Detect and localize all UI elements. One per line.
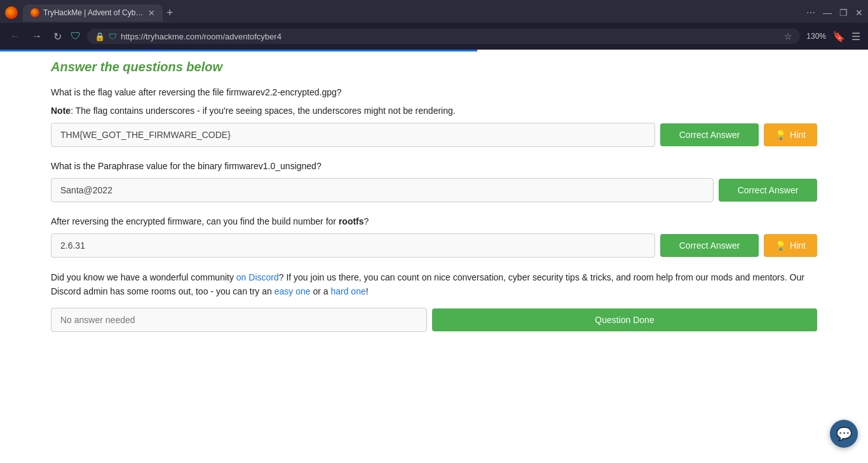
tab-bar: TryHackMe | Advent of Cyber 2 ✕ + ⋯ — ❐ … <box>0 0 868 23</box>
section-heading: Answer the questions below <box>51 60 817 74</box>
tab-close-icon[interactable]: ✕ <box>148 8 155 18</box>
active-tab[interactable]: TryHackMe | Advent of Cyber 2 ✕ <box>23 4 163 22</box>
new-tab-button[interactable]: + <box>166 6 173 20</box>
hint-button-3[interactable]: 💡 Hint <box>764 234 817 257</box>
question-text-1: What is the flag value after reversing t… <box>51 86 817 99</box>
question-text-3: After reversing the encrypted firmware, … <box>51 215 817 228</box>
question-note: Note: The flag contains underscores - if… <box>51 104 817 118</box>
question-block-3: After reversing the encrypted firmware, … <box>51 215 817 258</box>
zoom-level: 130% <box>806 32 826 41</box>
shield-icon: 🛡 <box>71 31 81 42</box>
forward-button[interactable]: → <box>29 29 44 43</box>
security-shield-icon: 🛡 <box>109 32 117 41</box>
browser-logo-icon <box>5 6 18 19</box>
back-button[interactable]: ← <box>8 29 23 43</box>
question-block-2: What is the Paraphrase value for the bin… <box>51 160 817 202</box>
bookmark-star-icon[interactable]: ☆ <box>784 31 792 41</box>
hint-button-1[interactable]: 💡 Hint <box>764 123 817 146</box>
hard-one-link[interactable]: hard one <box>330 286 365 296</box>
bookmark-icon[interactable]: 🔖 <box>832 31 845 43</box>
final-answer-row: Question Done <box>51 308 817 332</box>
answer-row-3: Correct Answer 💡 Hint <box>51 233 817 258</box>
easy-one-link[interactable]: easy one <box>275 286 311 296</box>
question-done-button[interactable]: Question Done <box>432 308 817 331</box>
maximize-button[interactable]: ❐ <box>839 8 848 18</box>
answer-input-2[interactable] <box>51 178 714 202</box>
answer-input-1[interactable] <box>51 123 655 147</box>
hamburger-menu-icon[interactable]: ☰ <box>851 31 860 43</box>
discord-link[interactable]: on Discord <box>236 272 279 282</box>
answer-row-1: Correct Answer 💡 Hint <box>51 123 817 147</box>
answer-row-2: Correct Answer <box>51 178 817 202</box>
url-input[interactable]: 🔒 🛡 https://tryhackme.com/room/adventofc… <box>87 29 800 44</box>
page-content: Answer the questions below What is the f… <box>0 50 868 357</box>
lightbulb-icon-3: 💡 <box>775 240 786 251</box>
question-text-2: What is the Paraphrase value for the bin… <box>51 160 817 173</box>
correct-answer-button-2[interactable]: Correct Answer <box>719 179 817 202</box>
page-load-progress <box>0 50 477 52</box>
no-answer-input[interactable] <box>51 308 427 332</box>
browser-window: TryHackMe | Advent of Cyber 2 ✕ + ⋯ — ❐ … <box>0 0 868 50</box>
correct-answer-button-1[interactable]: Correct Answer <box>660 123 759 146</box>
tab-title: TryHackMe | Advent of Cyber 2 <box>43 8 144 17</box>
community-block: Did you know we have a wonderful communi… <box>51 270 817 332</box>
url-text[interactable]: https://tryhackme.com/room/adventofcyber… <box>121 32 780 41</box>
question-block-1: What is the flag value after reversing t… <box>51 86 817 147</box>
window-controls: ⋯ — ❐ ✕ <box>806 8 863 18</box>
lock-icon: 🔒 <box>95 32 105 41</box>
answer-input-3[interactable] <box>51 233 655 258</box>
minimize-button[interactable]: — <box>823 8 832 18</box>
tab-favicon-icon <box>31 8 39 17</box>
correct-answer-button-3[interactable]: Correct Answer <box>660 234 759 257</box>
community-text: Did you know we have a wonderful communi… <box>51 270 817 299</box>
lightbulb-icon: 💡 <box>775 130 786 140</box>
close-window-button[interactable]: ✕ <box>855 8 863 18</box>
address-bar: ← → ↻ 🛡 🔒 🛡 https://tryhackme.com/room/a… <box>0 23 868 50</box>
list-icon: ⋯ <box>806 8 815 18</box>
refresh-button[interactable]: ↻ <box>51 29 64 44</box>
